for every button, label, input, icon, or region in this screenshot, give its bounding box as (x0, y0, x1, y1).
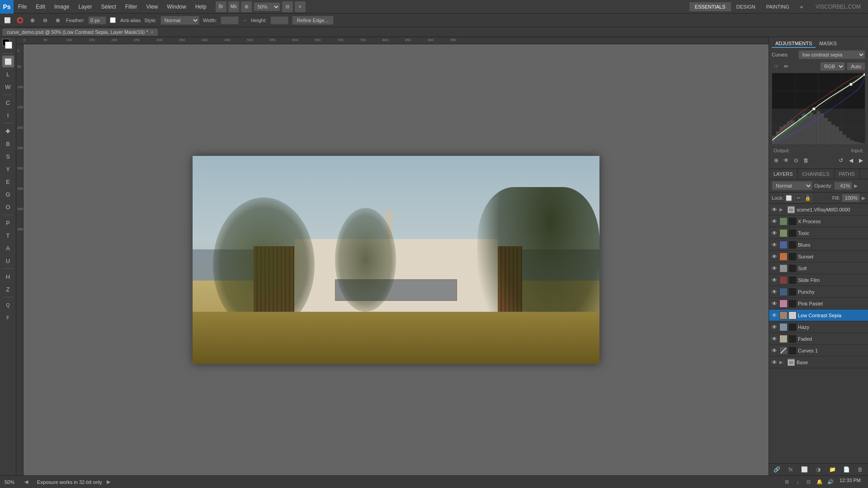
select-subtract-icon[interactable]: ⊖ (41, 16, 50, 25)
path-selection-tool[interactable]: A (2, 242, 14, 254)
menu-file[interactable]: File (14, 0, 31, 13)
background-color[interactable] (5, 42, 12, 49)
width-input[interactable] (221, 16, 239, 24)
tab-channels[interactable]: CHANNELS (798, 169, 835, 179)
layer-visibility-icon[interactable]: 👁 (771, 347, 778, 354)
quick-mask-off[interactable]: Q (2, 299, 14, 311)
gradient-tool[interactable]: G (2, 188, 14, 200)
tab-paths[interactable]: PATHS (835, 169, 860, 179)
status-arrow-left[interactable]: ◀ (22, 478, 31, 487)
select-ellipse-icon[interactable]: ⭕ (15, 16, 24, 25)
menu-window[interactable]: Window (162, 0, 191, 13)
select-rect-icon[interactable]: ⬜ (3, 16, 12, 25)
zoom-dropdown[interactable]: 50%25%100%200% (254, 2, 280, 11)
menu-edit[interactable]: Edit (31, 0, 50, 13)
layer-item-faded[interactable]: 👁 Faded (769, 333, 868, 345)
style-dropdown[interactable]: NormalFixed RatioFixed Size (160, 16, 199, 25)
add-style-icon[interactable]: fx (787, 465, 795, 474)
reset-adj-icon[interactable]: ↺ (836, 156, 845, 165)
zoom-tool[interactable]: Z (2, 283, 14, 295)
menu-image[interactable]: Image (50, 0, 74, 13)
new-layer-icon[interactable]: 📄 (842, 465, 850, 474)
canvas-tab[interactable]: curve_demo.psd @ 50% (Low Contrast Sepia… (2, 28, 158, 36)
pen-tool[interactable]: P (2, 217, 14, 229)
eyedropper-tool[interactable]: I (2, 109, 14, 121)
layer-item-lowcontrastsepia[interactable]: 👁 Low Contrast Sepia (769, 310, 868, 321)
lock-position-icon[interactable]: ✏ (794, 194, 802, 202)
arrange-icon[interactable]: ⊞ (241, 1, 252, 12)
status-icon-2[interactable]: ↕ (793, 478, 802, 487)
tab-layers[interactable]: LAYERS (769, 169, 798, 179)
select-intersect-icon[interactable]: ⊗ (53, 16, 62, 25)
clip-to-layer-icon[interactable]: ⊕ (772, 156, 781, 165)
healing-brush-tool[interactable]: ✚ (2, 125, 14, 137)
layer-visibility-icon[interactable]: 👁 (771, 265, 778, 272)
blend-mode-dropdown[interactable]: NormalMultiplyScreenOverlay (772, 181, 812, 190)
status-icon-4[interactable]: 🔔 (815, 478, 824, 487)
next-adj-icon[interactable]: ▶ (856, 156, 865, 165)
history-brush-tool[interactable]: Y (2, 163, 14, 175)
status-icon-3[interactable]: ⊟ (804, 478, 813, 487)
preset-dropdown[interactable]: low contrast sepia Custom Default (798, 50, 865, 59)
view-previous-icon[interactable]: 👁 (782, 156, 791, 165)
layer-visibility-icon[interactable]: 👁 (771, 324, 778, 331)
lock-pixels-icon[interactable]: ⬜ (785, 194, 793, 202)
prev-adj-icon[interactable]: ◀ (846, 156, 855, 165)
add-mask-icon[interactable]: ⬜ (801, 465, 809, 474)
layer-visibility-icon[interactable]: 👁 (771, 206, 778, 213)
layer-visibility-icon[interactable]: 👁 (771, 218, 778, 225)
tab-adjustments[interactable]: ADJUSTMENTS (772, 40, 816, 48)
tab-close-button[interactable]: × (151, 30, 154, 35)
layer-item-curves1[interactable]: 👁 Curves 1 (769, 345, 868, 357)
select-new-icon[interactable]: ⊕ (28, 16, 37, 25)
channel-dropdown[interactable]: RGBRedGreenBlue (820, 62, 845, 71)
link-layers-icon[interactable]: 🔗 (773, 465, 781, 474)
pencil-tool-icon[interactable]: ✏ (782, 62, 791, 71)
layer-visibility-icon[interactable]: 👁 (771, 312, 778, 319)
shape-tool[interactable]: U (2, 255, 14, 267)
layer-visibility-icon[interactable]: 👁 (771, 253, 778, 260)
group-arrow-icon[interactable]: ▶ (779, 360, 786, 365)
menu-filter[interactable]: Filter (121, 0, 142, 13)
mini-bridge-icon[interactable]: Mb (228, 1, 239, 12)
layer-item-toxic[interactable]: 👁 Toxic (769, 227, 868, 239)
auto-button[interactable]: Auto (847, 62, 865, 70)
delete-layer-icon[interactable]: 🗑 (856, 465, 864, 474)
extras-icon[interactable]: » (295, 1, 306, 12)
layer-item-soft[interactable]: 👁 Soft (769, 263, 868, 274)
new-group-icon[interactable]: 📁 (828, 465, 836, 474)
eraser-tool[interactable]: E (2, 176, 14, 188)
marquee-tool[interactable]: ⬜ (2, 56, 14, 67)
opacity-input[interactable] (834, 182, 852, 190)
brush-tool[interactable]: B (2, 138, 14, 150)
tab-masks[interactable]: MASKS (816, 40, 840, 48)
delete-adj-icon[interactable]: 🗑 (802, 156, 811, 165)
dodge-tool[interactable]: O (2, 201, 14, 213)
layer-item-pinkpastel[interactable]: 👁 Pink Pastel (769, 298, 868, 310)
menu-layer[interactable]: Layer (74, 0, 96, 13)
lasso-tool[interactable]: L (2, 68, 14, 80)
height-input[interactable] (270, 16, 288, 24)
color-swatches[interactable] (2, 39, 14, 50)
workspace-essentials[interactable]: ESSENTIALS (689, 2, 731, 11)
layer-item-scene1[interactable]: 👁 ▶ scene1.VRayMtlID.0000 (769, 204, 868, 216)
layer-visibility-icon[interactable]: 👁 (771, 277, 778, 284)
feather-input[interactable] (88, 16, 106, 24)
crop-tool[interactable]: C (2, 97, 14, 108)
screen-mode-btn[interactable]: F (2, 312, 14, 324)
workspace-more[interactable]: » (795, 2, 808, 11)
layer-visibility-icon[interactable]: 👁 (771, 230, 778, 237)
layer-item-hazy[interactable]: 👁 Hazy (769, 321, 868, 333)
layer-visibility-icon[interactable]: 👁 (771, 359, 778, 366)
new-adjustment-icon[interactable]: ◑ (814, 465, 822, 474)
toggle-visibility-icon[interactable]: ⊙ (792, 156, 801, 165)
menu-select[interactable]: Select (96, 0, 120, 13)
layer-item-punchy[interactable]: 👁 Punchy (769, 286, 868, 298)
layer-visibility-icon[interactable]: 👁 (771, 241, 778, 249)
screen-mode-icon[interactable]: ⊟ (282, 1, 293, 12)
status-icon-1[interactable]: ⊞ (783, 478, 792, 487)
status-arrow-right[interactable]: ▶ (104, 478, 113, 487)
canvas-viewport[interactable] (24, 44, 769, 475)
hand-tool-icon[interactable]: ☞ (772, 62, 781, 71)
layer-visibility-icon[interactable]: 👁 (771, 335, 778, 343)
